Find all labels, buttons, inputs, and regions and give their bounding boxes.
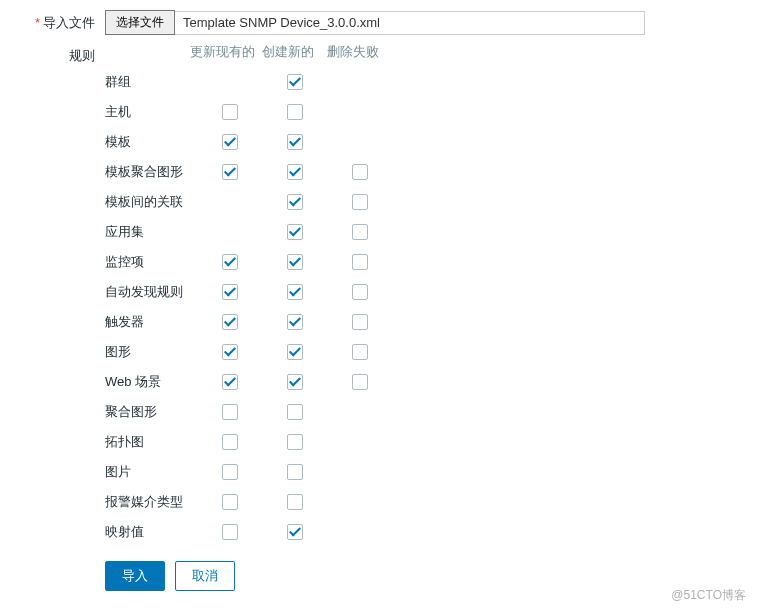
- checkbox-update[interactable]: [222, 374, 238, 390]
- checkbox-update[interactable]: [222, 344, 238, 360]
- rule-name: 聚合图形: [105, 403, 197, 421]
- checkbox-cell-update: [197, 134, 262, 150]
- checkbox-create[interactable]: [287, 224, 303, 240]
- rule-name: 群组: [105, 73, 197, 91]
- rule-name: 监控项: [105, 253, 197, 271]
- checkbox-update[interactable]: [222, 524, 238, 540]
- rule-row: 模板聚合图形: [105, 157, 738, 187]
- checkbox-cell-create: [262, 374, 327, 390]
- checkbox-create[interactable]: [287, 164, 303, 180]
- rule-name: 映射值: [105, 523, 197, 541]
- checkbox-cell-create: [262, 74, 327, 90]
- checkbox-cell-create: [262, 314, 327, 330]
- import-file-label-col: *导入文件: [20, 10, 105, 32]
- rule-row: 映射值: [105, 517, 738, 547]
- checkbox-create[interactable]: [287, 344, 303, 360]
- checkbox-delete[interactable]: [352, 374, 368, 390]
- checkbox-cell-create: [262, 194, 327, 210]
- checkbox-cell-delete: [327, 284, 392, 300]
- checkbox-cell-create: [262, 104, 327, 120]
- checkbox-update[interactable]: [222, 254, 238, 270]
- checkbox-create[interactable]: [287, 524, 303, 540]
- rule-row: 群组: [105, 67, 738, 97]
- rule-row: Web 场景: [105, 367, 738, 397]
- checkbox-update[interactable]: [222, 434, 238, 450]
- checkbox-delete[interactable]: [352, 164, 368, 180]
- checkbox-delete[interactable]: [352, 314, 368, 330]
- rule-row: 聚合图形: [105, 397, 738, 427]
- checkbox-cell-update: [197, 164, 262, 180]
- checkbox-delete[interactable]: [352, 284, 368, 300]
- rule-row: 应用集: [105, 217, 738, 247]
- rule-row: 触发器: [105, 307, 738, 337]
- checkbox-cell-create: [262, 344, 327, 360]
- checkbox-create[interactable]: [287, 404, 303, 420]
- checkbox-create[interactable]: [287, 104, 303, 120]
- watermark: @51CTO博客: [671, 587, 746, 604]
- checkbox-create[interactable]: [287, 494, 303, 510]
- checkbox-update[interactable]: [222, 284, 238, 300]
- col-header-update: 更新现有的: [190, 43, 255, 61]
- checkbox-cell-delete: [327, 164, 392, 180]
- checkbox-cell-update: [197, 494, 262, 510]
- choose-file-button[interactable]: 选择文件: [105, 10, 175, 35]
- checkbox-create[interactable]: [287, 434, 303, 450]
- checkbox-cell-update: [197, 254, 262, 270]
- checkbox-create[interactable]: [287, 374, 303, 390]
- checkbox-cell-create: [262, 284, 327, 300]
- checkbox-create[interactable]: [287, 194, 303, 210]
- checkbox-cell-delete: [327, 194, 392, 210]
- checkbox-update[interactable]: [222, 494, 238, 510]
- checkbox-create[interactable]: [287, 254, 303, 270]
- import-button[interactable]: 导入: [105, 561, 165, 591]
- rules-content: 更新现有的 创建新的 删除失败 群组主机模板模板聚合图形模板间的关联应用集监控项…: [105, 43, 738, 591]
- rule-row: 模板: [105, 127, 738, 157]
- checkbox-create[interactable]: [287, 74, 303, 90]
- checkbox-cell-update: [197, 374, 262, 390]
- rules-body: 群组主机模板模板聚合图形模板间的关联应用集监控项自动发现规则触发器图形Web 场…: [105, 67, 738, 547]
- checkbox-update[interactable]: [222, 314, 238, 330]
- checkbox-create[interactable]: [287, 314, 303, 330]
- col-header-delete: 删除失败: [320, 43, 385, 61]
- rule-row: 主机: [105, 97, 738, 127]
- checkbox-cell-update: [197, 344, 262, 360]
- rules-label: 规则: [20, 43, 105, 65]
- checkbox-update[interactable]: [222, 404, 238, 420]
- import-file-row: *导入文件 选择文件 Template SNMP Device_3.0.0.xm…: [20, 10, 738, 35]
- checkbox-cell-create: [262, 254, 327, 270]
- rule-name: Web 场景: [105, 373, 197, 391]
- col-header-create: 创建新的: [255, 43, 320, 61]
- rule-name: 报警媒介类型: [105, 493, 197, 511]
- checkbox-create[interactable]: [287, 464, 303, 480]
- buttons-row: 导入 取消: [105, 561, 738, 591]
- file-picker: 选择文件 Template SNMP Device_3.0.0.xml: [105, 10, 738, 35]
- checkbox-delete[interactable]: [352, 344, 368, 360]
- rules-header-spacer: [105, 43, 190, 61]
- checkbox-create[interactable]: [287, 134, 303, 150]
- file-name-display[interactable]: Template SNMP Device_3.0.0.xml: [175, 11, 645, 35]
- cancel-button[interactable]: 取消: [175, 561, 235, 591]
- rule-row: 自动发现规则: [105, 277, 738, 307]
- checkbox-cell-update: [197, 404, 262, 420]
- checkbox-cell-update: [197, 314, 262, 330]
- checkbox-delete[interactable]: [352, 224, 368, 240]
- rule-name: 图片: [105, 463, 197, 481]
- checkbox-update[interactable]: [222, 104, 238, 120]
- checkbox-delete[interactable]: [352, 254, 368, 270]
- checkbox-delete[interactable]: [352, 194, 368, 210]
- rules-row: 规则 更新现有的 创建新的 删除失败 群组主机模板模板聚合图形模板间的关联应用集…: [20, 43, 738, 591]
- rule-row: 模板间的关联: [105, 187, 738, 217]
- checkbox-cell-update: [197, 284, 262, 300]
- checkbox-update[interactable]: [222, 464, 238, 480]
- checkbox-cell-delete: [327, 344, 392, 360]
- checkbox-create[interactable]: [287, 284, 303, 300]
- checkbox-update[interactable]: [222, 134, 238, 150]
- checkbox-cell-update: [197, 434, 262, 450]
- checkbox-update[interactable]: [222, 164, 238, 180]
- rule-name: 自动发现规则: [105, 283, 197, 301]
- rule-row: 报警媒介类型: [105, 487, 738, 517]
- checkbox-cell-create: [262, 404, 327, 420]
- checkbox-cell-create: [262, 464, 327, 480]
- checkbox-cell-create: [262, 494, 327, 510]
- rule-name: 主机: [105, 103, 197, 121]
